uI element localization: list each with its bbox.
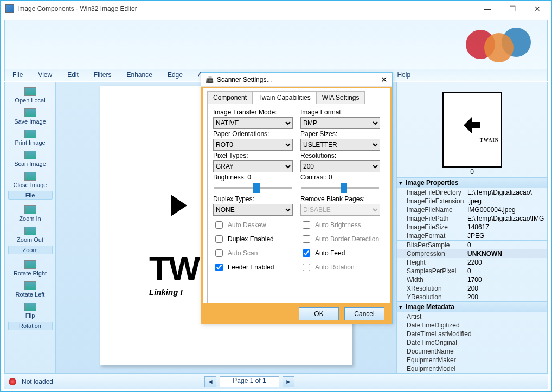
- property-row[interactable]: ImageFormatJPEG: [397, 232, 547, 240]
- close-button[interactable]: ✕: [525, 1, 550, 16]
- prev-page-button[interactable]: ◄: [204, 376, 216, 387]
- status-indicator-icon: [9, 378, 16, 385]
- menu-edit[interactable]: Edit: [60, 69, 86, 81]
- print-icon: [24, 130, 36, 138]
- property-row[interactable]: ImageFilePathE:\Temp\Digitalizacao\IMG: [397, 214, 547, 223]
- brightness-slider[interactable]: [213, 182, 293, 194]
- rotate-left-button[interactable]: Rotate Left: [8, 279, 53, 300]
- property-row[interactable]: DocumentName: [397, 347, 547, 356]
- paper-orientations-select[interactable]: ROT0: [213, 139, 293, 151]
- image-properties-grid-2: BitsPerSample0CompressionUNKNOWNHeight22…: [397, 240, 547, 301]
- property-value: 200: [467, 293, 547, 301]
- zoom-section-label: Zoom: [8, 246, 53, 254]
- property-row[interactable]: CompressionUNKNOWN: [397, 249, 547, 258]
- save-image-button[interactable]: Save Image: [8, 106, 53, 127]
- print-image-button[interactable]: Print Image: [8, 127, 53, 148]
- tab-component[interactable]: Component: [207, 91, 253, 104]
- property-row[interactable]: DateTimeLastModified: [397, 330, 547, 338]
- transfer-mode-select[interactable]: NATIVE: [213, 117, 293, 129]
- paper-orientations-label: Paper Orientations:: [213, 130, 293, 138]
- property-row[interactable]: BitsPerSample0: [397, 241, 547, 249]
- property-value: 148617: [467, 223, 547, 231]
- pixel-types-select[interactable]: GRAY: [213, 160, 293, 172]
- auto-brightness-checkbox[interactable]: Auto Brightness: [300, 220, 380, 230]
- property-key: EquipmentModel: [407, 365, 467, 372]
- pager: ◄ Page 1 of 1 ►: [53, 376, 446, 387]
- dialog-tabs: Component Twain Capabilities WIA Setting…: [207, 91, 386, 104]
- duplex-enabled-checkbox[interactable]: Duplex Enabled: [213, 234, 293, 245]
- image-metadata-header[interactable]: ▾Image Metadata: [397, 302, 547, 312]
- auto-scan-checkbox[interactable]: Auto Scan: [213, 248, 293, 259]
- zoom-out-button[interactable]: Zoom Out: [8, 224, 53, 245]
- property-key: Compression: [407, 250, 467, 258]
- zoom-in-icon: [24, 205, 36, 214]
- property-row[interactable]: YResolution200: [397, 293, 547, 301]
- transfer-mode-label: Image Transfer Mode:: [213, 108, 293, 116]
- next-page-button[interactable]: ►: [283, 376, 294, 387]
- property-row[interactable]: SamplesPerPixel0: [397, 267, 547, 275]
- menu-view[interactable]: View: [30, 69, 60, 81]
- page-thumbnail[interactable]: TWAIN: [442, 92, 502, 168]
- dialog-close-button[interactable]: ✕: [381, 75, 388, 85]
- property-value: E:\Temp\Digitalizacao\IMG: [467, 215, 547, 222]
- caret-down-icon: ▾: [399, 304, 402, 311]
- page-indicator[interactable]: Page 1 of 1: [220, 376, 279, 387]
- duplex-types-select[interactable]: NONE: [213, 204, 293, 216]
- menu-help[interactable]: Help: [389, 69, 418, 81]
- feeder-enabled-checkbox[interactable]: Feeder Enabled: [213, 262, 293, 273]
- scanner-settings-dialog: 📠 Scanner Settings... ✕ Component Twain …: [201, 72, 393, 324]
- menu-enhance[interactable]: Enhance: [119, 69, 160, 81]
- property-row[interactable]: ImageFileExtension.jpeg: [397, 197, 547, 205]
- menu-edge[interactable]: Edge: [160, 69, 190, 81]
- close-image-button[interactable]: Close Image: [8, 169, 53, 190]
- flip-button[interactable]: Flip: [8, 300, 53, 321]
- property-row[interactable]: EquipmentMaker: [397, 356, 547, 364]
- property-value: [467, 330, 547, 338]
- property-row[interactable]: Width1700: [397, 275, 547, 284]
- property-row[interactable]: DateTimeOriginal: [397, 338, 547, 347]
- tab-twain-capabilities[interactable]: Twain Capabilities: [252, 91, 317, 104]
- tab-wia-settings[interactable]: WIA Settings: [316, 91, 365, 104]
- menu-filters[interactable]: Filters: [86, 69, 119, 81]
- property-row[interactable]: Artist: [397, 312, 547, 321]
- auto-border-detection-checkbox[interactable]: Auto Border Detection: [300, 234, 380, 245]
- maximize-button[interactable]: ☐: [500, 1, 525, 16]
- property-row[interactable]: ImageFileSize148617: [397, 223, 547, 232]
- menu-file[interactable]: File: [5, 69, 30, 81]
- property-key: ImageFileSize: [407, 223, 467, 231]
- image-properties-header[interactable]: ▾Image Properties: [397, 178, 547, 188]
- property-key: Height: [407, 259, 467, 266]
- property-row[interactable]: DateTimeDigitized: [397, 321, 547, 330]
- property-row[interactable]: Height2200: [397, 258, 547, 267]
- property-key: DateTimeDigitized: [407, 322, 467, 329]
- auto-rotation-checkbox[interactable]: Auto Rotation: [300, 262, 380, 273]
- property-row[interactable]: EquipmentModel: [397, 364, 547, 373]
- property-key: ImageFileDirectory: [407, 189, 467, 196]
- property-value: 0: [467, 267, 547, 275]
- property-value: 200: [467, 285, 547, 292]
- scan-icon: [24, 151, 36, 159]
- open-local-button[interactable]: Open Local: [8, 85, 53, 106]
- paper-sizes-select[interactable]: USLETTER: [300, 139, 380, 151]
- auto-deskew-checkbox[interactable]: Auto Deskew: [213, 220, 293, 230]
- paper-sizes-label: Paper Sizes:: [300, 130, 380, 138]
- open-icon: [24, 87, 36, 96]
- image-format-select[interactable]: BMP: [300, 117, 380, 129]
- rotate-right-button[interactable]: Rotate Right: [8, 258, 53, 279]
- zoom-out-icon: [24, 227, 36, 235]
- property-row[interactable]: ImageFileNameIMG000004.jpeg: [397, 205, 547, 214]
- ok-button[interactable]: OK: [299, 307, 339, 320]
- auto-feed-checkbox[interactable]: Auto Feed: [300, 248, 380, 259]
- contrast-slider[interactable]: [300, 182, 380, 194]
- zoom-in-button[interactable]: Zoom In: [8, 203, 53, 224]
- brightness-label: Brightness: 0: [213, 173, 293, 181]
- property-key: DateTimeOriginal: [407, 339, 467, 346]
- cancel-button[interactable]: Cancel: [344, 307, 384, 320]
- property-value: E:\Temp\Digitalizacao\: [467, 189, 547, 196]
- scan-image-button[interactable]: Scan Image: [8, 148, 53, 169]
- property-row[interactable]: XResolution200: [397, 284, 547, 293]
- minimize-button[interactable]: —: [475, 1, 500, 16]
- resolutions-select[interactable]: 200: [300, 160, 380, 172]
- property-value: 1700: [467, 276, 547, 284]
- property-row[interactable]: ImageFileDirectoryE:\Temp\Digitalizacao\: [397, 188, 547, 197]
